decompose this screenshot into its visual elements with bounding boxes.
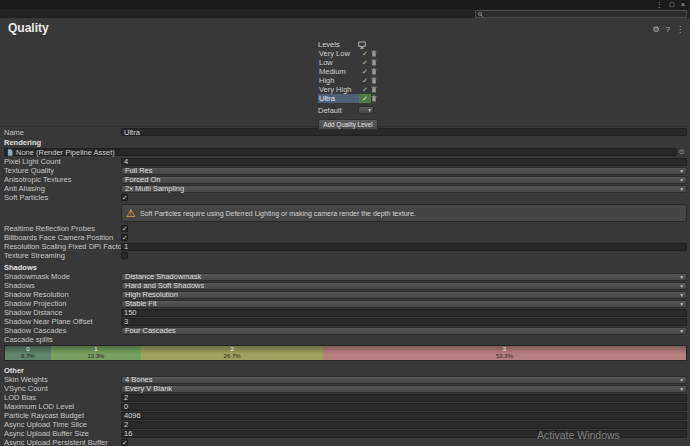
texture-quality-dropdown[interactable]: Full Res ▾ <box>121 167 687 175</box>
vsync-count-dropdown[interactable]: Every V Blank ▾ <box>121 385 687 393</box>
setting-label: Async Upload Time Slice <box>4 420 121 429</box>
shadow-projection-dropdown[interactable]: Stable Fit ▾ <box>121 300 687 308</box>
asset-icon <box>7 149 13 156</box>
setting-label: Shadow Distance <box>4 308 121 317</box>
shadowmask-mode-dropdown[interactable]: Distance Shadowmask ▾ <box>121 273 687 281</box>
level-enabled-checkbox[interactable]: ✓ <box>359 58 371 67</box>
setting-label: Shadow Projection <box>4 299 121 308</box>
lod-bias-field[interactable]: 2 <box>121 394 687 402</box>
settings-toolbar <box>0 9 690 18</box>
level-row-medium[interactable]: Medium ✓ <box>318 67 383 76</box>
cascade-splits-row: Cascade splits <box>0 335 690 344</box>
window-close-icon[interactable]: × <box>681 0 685 9</box>
billboards-face-camera-checkbox[interactable]: ✓ <box>121 234 128 241</box>
anisotropic-textures-dropdown[interactable]: Forced On ▾ <box>121 176 687 184</box>
shadow-cascades-dropdown[interactable]: Four Cascades ▾ <box>121 327 687 335</box>
setting-label: Soft Particles <box>4 193 121 202</box>
async-upload-persistent-buffer-checkbox[interactable]: ✓ <box>121 439 128 446</box>
chevron-down-icon: ▾ <box>680 328 683 334</box>
chevron-down-icon: ▾ <box>680 283 683 289</box>
shadow-distance-field[interactable]: 150 <box>121 309 687 317</box>
async-upload-time-slice-field[interactable]: 2 <box>121 421 687 429</box>
chevron-down-icon: ▾ <box>680 186 683 192</box>
trash-icon[interactable] <box>371 59 383 66</box>
level-label[interactable]: Low <box>318 58 359 67</box>
realtime-reflection-probes-checkbox[interactable]: ✓ <box>121 225 128 232</box>
level-label[interactable]: Very High <box>318 85 359 94</box>
setting-row: Async Upload Time Slice 2 <box>0 420 690 429</box>
setting-row: Particle Raycast Budget 4096 <box>0 411 690 420</box>
anti-aliasing-dropdown[interactable]: 2x Multi Sampling ▾ <box>121 185 687 193</box>
setting-row: Texture Streaming <box>0 251 690 260</box>
name-field[interactable]: Ultra <box>121 128 687 136</box>
rendering-section-header: Rendering <box>0 137 690 147</box>
quality-settings-form: Name Ultra Rendering None (Render Pipeli… <box>0 126 690 446</box>
setting-label: VSync Count <box>4 384 121 393</box>
level-label-selected[interactable]: Ultra <box>318 94 359 103</box>
trash-icon[interactable] <box>371 86 383 93</box>
cascade-segment-2[interactable]: 2 26.7% <box>141 346 323 360</box>
dropdown-value: 4 Bones <box>125 375 153 384</box>
dropdown-value: Four Cascades <box>125 326 176 335</box>
level-label[interactable]: Very Low <box>318 49 359 58</box>
search-input[interactable] <box>475 10 687 18</box>
soft-particles-checkbox[interactable]: ✓ <box>121 194 128 201</box>
skin-weights-dropdown[interactable]: 4 Bones ▾ <box>121 376 687 384</box>
cascade-segment-1[interactable]: 1 13.3% <box>51 346 142 360</box>
maximum-lod-level-field[interactable]: 0 <box>121 403 687 411</box>
cascade-index: 2 <box>230 346 233 353</box>
setting-row: Maximum LOD Level 0 <box>0 402 690 411</box>
setting-label: Pixel Light Count <box>4 157 121 166</box>
dropdown-value: Full Res <box>125 166 153 175</box>
async-upload-buffer-size-field[interactable]: 16 <box>121 430 687 438</box>
kebab-menu-icon[interactable]: ⋮ <box>676 26 684 34</box>
object-picker-icon[interactable]: ⊙ <box>677 148 687 156</box>
pixel-light-count-field[interactable]: 4 <box>121 158 687 166</box>
level-label[interactable]: Medium <box>318 67 359 76</box>
level-label[interactable]: High <box>318 76 359 85</box>
trash-icon[interactable] <box>371 95 383 102</box>
level-row-ultra[interactable]: Ultra ✓ <box>318 94 383 103</box>
trash-icon[interactable] <box>371 77 383 84</box>
cascade-segment-3[interactable]: 3 53.3% <box>323 346 686 360</box>
window-menu-icon[interactable]: ⋮ <box>656 0 663 9</box>
setting-label: Billboards Face Camera Position <box>4 233 121 242</box>
cascade-splits-bar[interactable]: 0 6.7% 1 13.3% 2 26.7% 3 53.3% <box>4 345 687 361</box>
level-enabled-checkbox[interactable]: ✓ <box>359 94 371 103</box>
cascade-splits-label: Cascade splits <box>4 335 121 344</box>
cascade-segment-0[interactable]: 0 6.7% <box>5 346 51 360</box>
shadows-dropdown[interactable]: Hard and Soft Shadows ▾ <box>121 282 687 290</box>
default-level-dropdown[interactable]: ▾ <box>358 106 374 114</box>
add-quality-level-button[interactable]: Add Quality Level <box>318 119 378 130</box>
level-row-very-low[interactable]: Very Low ✓ <box>318 49 383 58</box>
level-enabled-checkbox[interactable]: ✓ <box>359 49 371 58</box>
setting-row: Shadowmask Mode Distance Shadowmask ▾ <box>0 272 690 281</box>
trash-icon[interactable] <box>371 68 383 75</box>
resolution-scaling-dpi-field[interactable]: 1 <box>121 243 687 251</box>
shadow-resolution-dropdown[interactable]: High Resolution ▾ <box>121 291 687 299</box>
setting-row: LOD Bias 2 <box>0 393 690 402</box>
setting-label: Shadow Near Plane Offset <box>4 317 121 326</box>
level-row-high[interactable]: High ✓ <box>318 76 383 85</box>
level-row-low[interactable]: Low ✓ <box>318 58 383 67</box>
particle-raycast-budget-field[interactable]: 4096 <box>121 412 687 420</box>
render-pipeline-asset-field[interactable]: None (Render Pipeline Asset) <box>4 148 677 156</box>
setting-row: Shadow Distance 150 <box>0 308 690 317</box>
cascade-percent: 6.7% <box>21 353 35 360</box>
preset-icon[interactable]: ⚙ <box>652 26 659 34</box>
trash-icon[interactable] <box>371 50 383 57</box>
level-row-very-high[interactable]: Very High ✓ <box>318 85 383 94</box>
help-icon[interactable]: ? <box>666 26 670 34</box>
shadow-near-plane-offset-field[interactable]: 3 <box>121 318 687 326</box>
window-restore-icon[interactable]: □ <box>670 0 674 9</box>
level-enabled-checkbox[interactable]: ✓ <box>359 85 371 94</box>
dropdown-value: 2x Multi Sampling <box>125 184 184 193</box>
level-enabled-checkbox[interactable]: ✓ <box>359 76 371 85</box>
setting-label: Resolution Scaling Fixed DPI Factor <box>4 242 121 251</box>
dropdown-value: Stable Fit <box>125 299 157 308</box>
window-titlebar: ⋮ □ × <box>0 0 690 9</box>
level-enabled-checkbox[interactable]: ✓ <box>359 67 371 76</box>
cascade-index: 1 <box>94 346 97 353</box>
texture-streaming-checkbox[interactable] <box>121 252 128 259</box>
setting-label: Shadowmask Mode <box>4 272 121 281</box>
